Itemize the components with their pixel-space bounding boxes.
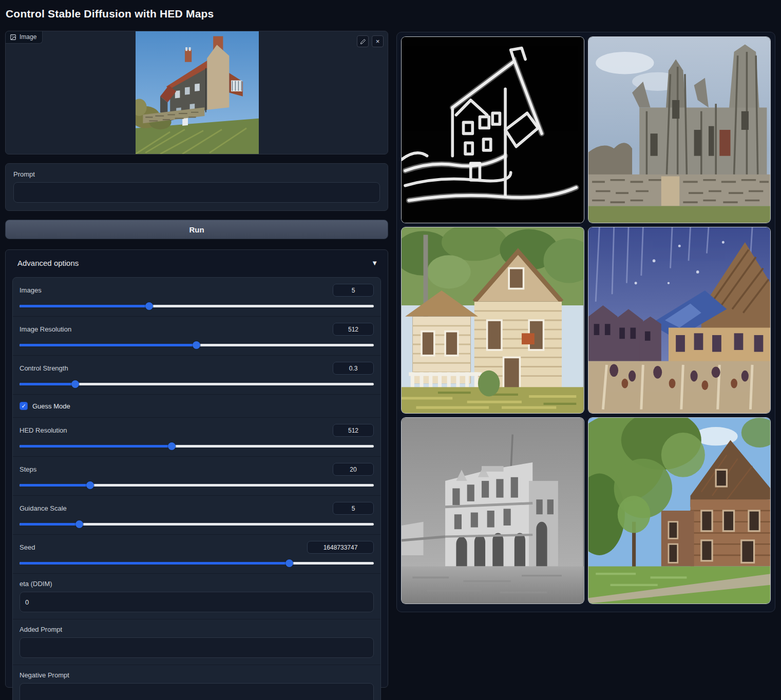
advanced-options-title: Advanced options <box>17 259 79 267</box>
gallery-item-painted-wooden-house[interactable] <box>401 227 584 414</box>
gallery-item-impressionist-house[interactable] <box>588 227 771 414</box>
slider-row-hed-resolution: HED Resolution <box>13 418 380 457</box>
gallery-item-brick-house[interactable] <box>588 417 771 604</box>
chevron-down-icon: ▼ <box>371 259 378 267</box>
impressionist-house-image <box>588 227 771 413</box>
painted-wooden-house-image <box>402 227 584 413</box>
eta-input[interactable] <box>20 592 374 612</box>
slider-handle[interactable] <box>285 559 293 567</box>
brick-house-image <box>588 418 771 604</box>
guidance-scale-slider[interactable] <box>20 520 374 528</box>
negative-prompt-label: Negative Prompt <box>20 671 374 679</box>
gallery-item-hed-edge-map[interactable] <box>401 36 584 223</box>
added-prompt-label: Added Prompt <box>20 626 374 633</box>
manor-house-photo <box>136 31 259 154</box>
slider-handle[interactable] <box>86 481 94 489</box>
uploaded-image-preview[interactable] <box>136 31 259 154</box>
added-prompt-row: Added Prompt <box>13 619 380 665</box>
clear-icon: × <box>376 37 380 45</box>
image-component-label: Image <box>6 31 43 44</box>
added-prompt-input[interactable] <box>20 637 374 658</box>
slider-label: HED Resolution <box>20 426 67 434</box>
slider-row-seed: Seed <box>13 535 380 574</box>
slider-handle[interactable] <box>168 442 176 450</box>
page-title: Control Stable Diffusion with HED Maps <box>6 8 214 20</box>
slider-label: Control Strength <box>20 364 68 372</box>
negative-prompt-row: Negative Prompt <box>13 665 380 700</box>
hed-edge-map-image <box>402 37 584 223</box>
slider-handle[interactable] <box>71 380 79 388</box>
slider-row-control-strength: Control Strength <box>13 356 380 395</box>
slider-handle[interactable] <box>75 520 83 528</box>
guess-mode-label: Guess Mode <box>32 402 70 410</box>
image-icon <box>10 34 16 41</box>
image-resolution-value-input[interactable] <box>333 323 374 336</box>
slider-handle[interactable] <box>145 302 153 310</box>
slider-label: Images <box>20 286 42 294</box>
negative-prompt-input[interactable] <box>20 683 374 700</box>
eta-label: eta (DDIM) <box>20 580 374 588</box>
advanced-options-accordion: Advanced options ▼ Images Image Resoluti… <box>5 249 388 688</box>
guess-mode-row: ✓ Guess Mode <box>13 395 380 418</box>
slider-label: Seed <box>20 543 35 551</box>
edit-image-button[interactable] <box>357 35 369 47</box>
image-upload-block[interactable]: Image × <box>5 31 388 154</box>
slider-row-images: Images <box>13 278 380 317</box>
control-strength-value-input[interactable] <box>333 362 374 375</box>
gallery-item-gothic-cathedral[interactable] <box>588 36 771 223</box>
seed-value-input[interactable] <box>307 541 374 554</box>
prompt-input[interactable] <box>13 182 380 203</box>
advanced-options-header[interactable]: Advanced options ▼ <box>12 257 381 268</box>
gothic-cathedral-image <box>588 37 771 223</box>
prompt-label: Prompt <box>13 170 380 178</box>
slider-handle[interactable] <box>193 341 200 349</box>
guidance-scale-value-input[interactable] <box>333 502 374 515</box>
run-button[interactable]: Run <box>5 220 388 239</box>
steps-value-input[interactable] <box>333 463 374 476</box>
steps-slider[interactable] <box>20 481 374 489</box>
hed-resolution-slider[interactable] <box>20 442 374 450</box>
image-resolution-slider[interactable] <box>20 341 374 348</box>
output-gallery <box>396 32 775 612</box>
gallery-item-grayscale-building[interactable] <box>401 417 584 604</box>
guess-mode-checkbox[interactable]: ✓ <box>20 402 28 410</box>
slider-label: Image Resolution <box>20 325 71 333</box>
advanced-options-group: Images Image Resolution Control Strength <box>12 277 381 700</box>
clear-image-button[interactable]: × <box>372 35 384 47</box>
slider-label: Guidance Scale <box>20 504 67 512</box>
eta-row: eta (DDIM) <box>13 574 380 619</box>
slider-label: Steps <box>20 465 36 473</box>
control-strength-slider[interactable] <box>20 380 374 387</box>
grayscale-building-image <box>402 418 584 604</box>
slider-row-guidance-scale: Guidance Scale <box>13 496 380 535</box>
edit-icon <box>360 38 366 45</box>
prompt-block: Prompt <box>5 163 388 211</box>
slider-row-image-resolution: Image Resolution <box>13 317 380 356</box>
slider-row-steps: Steps <box>13 457 380 496</box>
images-value-input[interactable] <box>333 284 374 297</box>
hed-resolution-value-input[interactable] <box>333 424 374 437</box>
images-slider[interactable] <box>20 302 374 309</box>
seed-slider[interactable] <box>20 559 374 567</box>
